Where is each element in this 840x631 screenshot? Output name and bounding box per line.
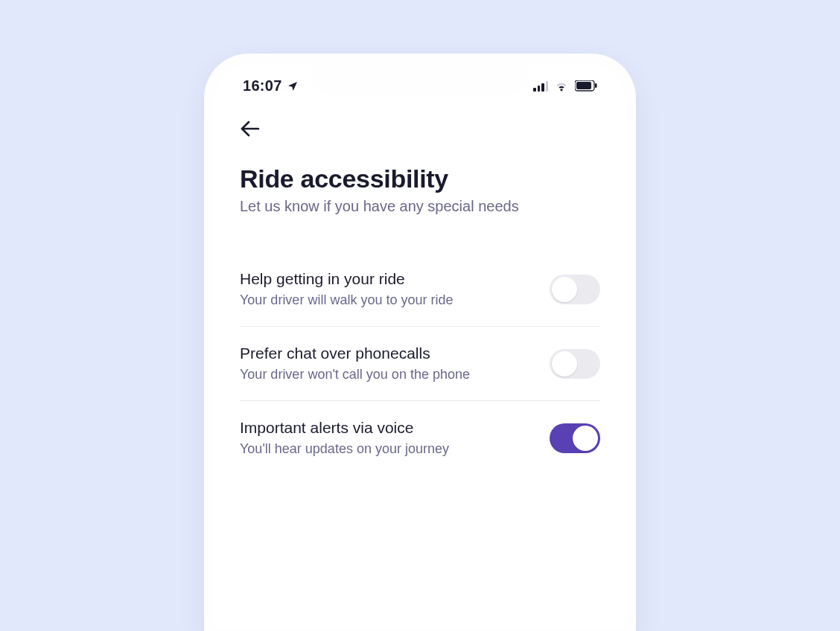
signal-icon <box>533 81 548 92</box>
toggle-knob <box>552 277 577 302</box>
toggle-knob <box>552 351 577 377</box>
option-description: Your driver won't call you on the phone <box>240 367 550 382</box>
option-description: Your driver will walk you to your ride <box>240 292 550 308</box>
status-time: 16:07 <box>243 77 282 95</box>
option-description: You'll hear updates on your journey <box>240 441 550 457</box>
phone-screen: 16:07 Ride accessibility Let us know if … <box>214 64 626 630</box>
phone-frame: 16:07 Ride accessibility Let us know if … <box>204 54 636 631</box>
svg-rect-1 <box>576 82 591 89</box>
location-icon <box>287 80 299 92</box>
toggle-voice-alerts[interactable] <box>550 423 600 453</box>
toggle-prefer-chat[interactable] <box>550 349 600 379</box>
page-subtitle: Let us know if you have any special need… <box>240 198 600 215</box>
toggle-help-in-ride[interactable] <box>550 275 600 304</box>
page-title: Ride accessibility <box>240 164 600 193</box>
option-text: Help getting in your ride Your driver wi… <box>240 270 550 308</box>
option-title: Important alerts via voice <box>240 419 550 437</box>
page-content: Ride accessibility Let us know if you ha… <box>214 102 626 475</box>
option-voice-alerts: Important alerts via voice You'll hear u… <box>240 401 600 475</box>
option-prefer-chat: Prefer chat over phonecalls Your driver … <box>240 327 600 401</box>
status-right <box>533 80 597 92</box>
toggle-knob <box>573 426 598 451</box>
option-title: Help getting in your ride <box>240 270 550 288</box>
back-button[interactable] <box>240 120 261 138</box>
battery-icon <box>575 80 597 92</box>
option-text: Prefer chat over phonecalls Your driver … <box>240 345 550 382</box>
phone-notch <box>312 64 528 95</box>
option-text: Important alerts via voice You'll hear u… <box>240 419 550 457</box>
wifi-icon <box>554 80 569 92</box>
option-help-in-ride: Help getting in your ride Your driver wi… <box>240 252 600 327</box>
status-left: 16:07 <box>243 77 299 95</box>
option-title: Prefer chat over phonecalls <box>240 345 550 362</box>
arrow-left-icon <box>240 120 261 138</box>
svg-rect-2 <box>595 83 597 88</box>
